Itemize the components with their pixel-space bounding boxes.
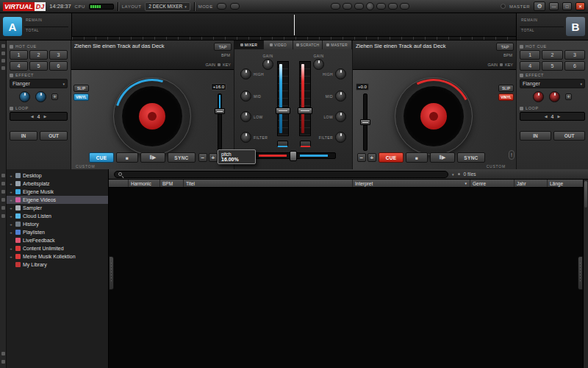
- alert-icon[interactable]: !: [509, 150, 514, 160]
- column-harmonic[interactable]: Harmonic: [129, 180, 160, 187]
- browser-splitter-left[interactable]: [109, 256, 114, 290]
- vertical-scrollbar[interactable]: [583, 180, 588, 368]
- sidebar-item-my-library[interactable]: My Library: [7, 261, 108, 269]
- topbar-button[interactable]: [331, 3, 340, 10]
- topbar-button[interactable]: [376, 3, 386, 10]
- filter-knob-a[interactable]: [240, 132, 251, 143]
- side-strip-icon[interactable]: [1, 44, 5, 48]
- maximize-button[interactable]: □: [562, 2, 572, 10]
- sidebar-item-livefeedback[interactable]: LiveFeedback: [7, 236, 108, 244]
- expander[interactable]: +: [9, 174, 13, 178]
- loop-in-button[interactable]: IN: [10, 131, 37, 141]
- vinyl-button[interactable]: VINYL: [74, 93, 89, 101]
- effect-knob-1[interactable]: [533, 91, 544, 102]
- waveform-display[interactable]: [71, 13, 517, 40]
- file-list[interactable]: [109, 188, 583, 368]
- column-titel[interactable]: Titel: [184, 180, 353, 187]
- tab-scratch[interactable]: SCRATCH: [293, 40, 323, 49]
- hot-cue-3[interactable]: 3: [49, 50, 68, 60]
- expander[interactable]: +: [9, 230, 13, 235]
- expander[interactable]: +: [9, 255, 13, 259]
- hot-cue-2[interactable]: 2: [29, 50, 48, 60]
- low-knob-a[interactable]: [240, 111, 251, 122]
- sidebar-item-meine-musik-kollektion[interactable]: + Meine Musik Kollektion: [7, 252, 108, 261]
- loop-halve-button[interactable]: ◀: [31, 114, 34, 118]
- loop-in-button[interactable]: IN: [520, 131, 551, 141]
- tab-video[interactable]: VIDEO: [264, 40, 293, 49]
- hot-cue-3[interactable]: 3: [564, 50, 585, 60]
- crossfader-handle[interactable]: [290, 151, 297, 161]
- cue-button[interactable]: CUE: [379, 152, 404, 163]
- headphone-cue-b[interactable]: [300, 141, 311, 147]
- loop-halve-button[interactable]: ◀: [545, 114, 548, 118]
- column-genre[interactable]: Genre: [470, 180, 514, 187]
- sort-desc-icon[interactable]: ▼: [465, 182, 467, 185]
- settings-button[interactable]: ⚙: [534, 1, 545, 11]
- sidebar-item-eigene-videos[interactable]: + Eigene Videos: [7, 196, 108, 204]
- sidebar-item-eigene-musik[interactable]: + Eigene Musik: [7, 188, 108, 196]
- hot-cue-5[interactable]: 5: [542, 61, 562, 71]
- browser-splitter-right[interactable]: [578, 256, 583, 290]
- gain-knob-a[interactable]: [262, 59, 273, 70]
- side-strip-icon[interactable]: [1, 52, 5, 55]
- loop-out-button[interactable]: OUT: [40, 131, 68, 141]
- layout-dropdown[interactable]: 2 DECK MIXER ▾: [145, 2, 190, 11]
- mode-button-2[interactable]: [230, 3, 240, 10]
- mid-knob-b[interactable]: [335, 91, 346, 102]
- hot-cue-1[interactable]: 1: [10, 50, 28, 60]
- hot-cue-4[interactable]: 4: [520, 61, 540, 71]
- help-icon[interactable]: [1, 352, 5, 355]
- loop-out-button[interactable]: OUT: [553, 131, 585, 141]
- cue-button[interactable]: CUE: [89, 152, 114, 163]
- sync-button[interactable]: SYNC: [457, 152, 485, 163]
- high-knob-b[interactable]: [335, 68, 346, 79]
- music-note-icon[interactable]: [1, 174, 5, 177]
- minimize-button[interactable]: —: [549, 2, 559, 10]
- headphone-cue-a[interactable]: [277, 141, 288, 147]
- vinyl-button[interactable]: VINYL: [498, 93, 514, 101]
- expander[interactable]: +: [9, 198, 13, 202]
- sync-button[interactable]: SYNC: [168, 152, 196, 163]
- pitch-slider[interactable]: [218, 93, 222, 151]
- effect-selector[interactable]: Flanger ▾: [10, 79, 68, 88]
- volume-fader-b[interactable]: [299, 61, 311, 136]
- mode-button-1[interactable]: [217, 3, 226, 10]
- pitch-plus-button[interactable]: +: [209, 153, 218, 162]
- search-box[interactable]: [114, 171, 448, 178]
- expander[interactable]: +: [9, 214, 13, 219]
- effect-selector[interactable]: Flanger ▾: [520, 79, 585, 88]
- expander[interactable]: +: [9, 247, 13, 251]
- loop-double-button[interactable]: ▶: [43, 114, 46, 118]
- effect-add-button[interactable]: +: [51, 93, 58, 100]
- star-icon[interactable]: [1, 190, 5, 194]
- column-interpret[interactable]: Interpret ▼: [353, 180, 470, 187]
- topbar-button[interactable]: [400, 3, 409, 10]
- filter-knob-b[interactable]: [335, 132, 346, 143]
- column-laenge[interactable]: Länge: [548, 180, 583, 187]
- scrollbar-thumb[interactable]: [584, 181, 587, 208]
- hot-cue-5[interactable]: 5: [29, 61, 48, 71]
- fader-handle-a[interactable]: [276, 107, 290, 114]
- tap-button[interactable]: TAP: [496, 43, 514, 51]
- pitch-plus-button[interactable]: +: [368, 153, 376, 162]
- folder-icon[interactable]: [1, 182, 5, 185]
- hot-cue-6[interactable]: 6: [564, 61, 585, 71]
- hot-cue-1[interactable]: 1: [520, 50, 540, 60]
- effects-icon[interactable]: [1, 206, 5, 210]
- expander[interactable]: +: [9, 182, 13, 186]
- sidebar-item-desktop[interactable]: + Desktop: [7, 171, 108, 180]
- sidebar-item-sampler[interactable]: + Sampler: [7, 204, 108, 212]
- search-input[interactable]: [124, 171, 444, 177]
- pitch-handle[interactable]: [360, 119, 370, 125]
- hot-cue-6[interactable]: 6: [49, 61, 68, 71]
- loop-double-button[interactable]: ▶: [557, 114, 560, 118]
- pitch-handle[interactable]: [215, 108, 225, 114]
- hot-cue-2[interactable]: 2: [542, 50, 562, 60]
- search-options-button[interactable]: ▾: [452, 172, 454, 177]
- gain-knob-b[interactable]: [313, 59, 324, 70]
- clock-icon[interactable]: [1, 198, 5, 202]
- sidebar-item-cloud-listen[interactable]: + Cloud Listen: [7, 212, 108, 220]
- fader-handle-b[interactable]: [298, 107, 312, 114]
- stop-button[interactable]: ■: [406, 152, 428, 163]
- pitch-minus-button[interactable]: −: [357, 153, 366, 162]
